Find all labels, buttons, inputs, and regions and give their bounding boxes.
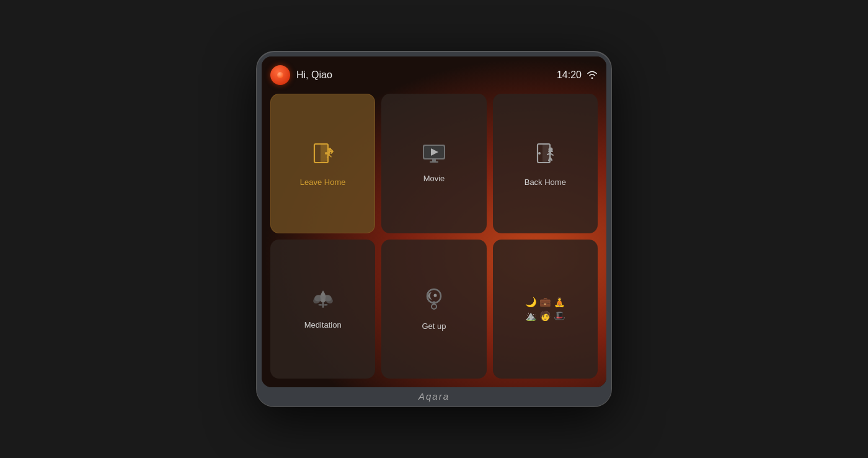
tile-movie[interactable]: Movie: [381, 94, 486, 233]
greeting-text: Hi, Qiao: [296, 70, 332, 81]
tile-leave-home-label: Leave Home: [300, 177, 346, 187]
brand-label: Aqara: [418, 391, 450, 402]
tile-back-home-label: Back Home: [525, 177, 566, 187]
svg-rect-12: [430, 161, 438, 163]
tile-meditation[interactable]: Meditation: [270, 240, 375, 379]
get-up-icon: [423, 286, 445, 314]
tile-movie-label: Movie: [423, 174, 445, 184]
header-right: 14:20: [557, 70, 598, 81]
more-icon-hat: 🎩: [554, 310, 565, 321]
meditation-icon: [311, 287, 335, 313]
tile-get-up-label: Get up: [422, 321, 446, 331]
scene-grid: Leave Home: [270, 94, 598, 379]
wifi-icon: [587, 70, 598, 81]
svg-point-22: [433, 294, 436, 297]
more-icon-work: 💼: [539, 297, 551, 308]
avatar: [270, 65, 290, 85]
back-home-icon: [531, 139, 559, 170]
more-icon-night: 🌙: [525, 297, 537, 308]
more-icon-meditate: 🧘: [554, 297, 565, 308]
movie-icon: [422, 143, 446, 166]
tile-meditation-label: Meditation: [304, 320, 342, 330]
more-icon-mountain: ⛰️: [525, 310, 537, 321]
device-panel: Hi, Qiao 14:20: [257, 52, 611, 406]
header: Hi, Qiao 14:20: [270, 65, 598, 85]
more-icon-person: 🧑: [539, 310, 551, 321]
tile-get-up[interactable]: Get up: [381, 240, 486, 379]
leave-home-icon: [309, 139, 337, 170]
svg-point-14: [538, 152, 541, 155]
header-left: Hi, Qiao: [270, 65, 332, 85]
more-icon-grid: 🌙 💼 🧘 ⛰️ 🧑 🎩: [525, 297, 565, 321]
screen-content: Hi, Qiao 14:20: [262, 56, 606, 387]
svg-rect-11: [432, 159, 436, 161]
svg-point-23: [432, 304, 436, 309]
time-display: 14:20: [557, 70, 582, 81]
tile-leave-home[interactable]: Leave Home: [270, 94, 375, 233]
tile-more[interactable]: 🌙 💼 🧘 ⛰️ 🧑 🎩: [493, 240, 598, 379]
tile-back-home[interactable]: Back Home: [493, 94, 598, 233]
svg-line-7: [329, 155, 331, 158]
device-screen: Hi, Qiao 14:20: [262, 56, 606, 387]
